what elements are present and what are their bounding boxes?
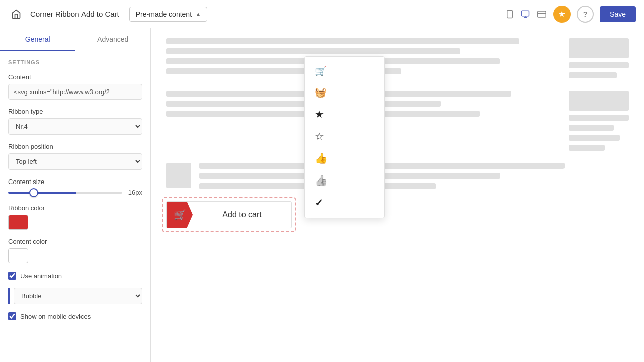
- help-button[interactable]: ?: [577, 6, 594, 23]
- ribbon-color-swatch[interactable]: [8, 215, 28, 230]
- animation-type-select[interactable]: Bubble BouncePulseShakeNone: [14, 288, 142, 304]
- ribbon-position-field-group: Ribbon position Top left Top rightBottom…: [8, 143, 142, 170]
- skeleton-right-1: [569, 38, 629, 82]
- content-field-group: Content: [8, 73, 142, 100]
- thumbs-up-outline-icon: 👍: [315, 174, 328, 187]
- content-size-label: Content size: [8, 178, 142, 186]
- skeleton-lines-3: [199, 163, 629, 193]
- use-animation-checkbox[interactable]: [8, 272, 16, 280]
- use-animation-row: Use animation: [8, 272, 142, 280]
- ribbon-type-label: Ribbon type: [8, 108, 142, 115]
- premade-content-dropdown[interactable]: Pre-made content ▲: [129, 7, 207, 22]
- skeleton-thumbnail: [166, 163, 191, 188]
- svg-rect-2: [522, 11, 529, 16]
- dropdown-item-cart[interactable]: 🛒: [305, 61, 384, 82]
- sidebar: General Advanced SETTINGS Content Ribbon…: [0, 28, 151, 362]
- content-color-swatch[interactable]: [8, 248, 28, 263]
- device-icons: [505, 10, 547, 19]
- main-layout: General Advanced SETTINGS Content Ribbon…: [0, 28, 644, 362]
- dropdown-item-checkmark[interactable]: ✓: [305, 192, 384, 214]
- chevron-down-icon: ▲: [196, 11, 201, 17]
- content-size-value: 16px: [128, 189, 142, 196]
- back-button[interactable]: [8, 6, 24, 22]
- settings-section-label: SETTINGS: [8, 59, 142, 65]
- tab-advanced[interactable]: Advanced: [75, 28, 151, 51]
- ribbon-color-field-group: Ribbon color: [8, 204, 142, 230]
- tab-general[interactable]: General: [0, 28, 75, 51]
- thumbs-up-filled-icon: 👍: [315, 152, 328, 164]
- sidebar-tabs: General Advanced: [0, 28, 150, 51]
- ribbon-color-label: Ribbon color: [8, 204, 142, 212]
- save-button[interactable]: Save: [600, 6, 636, 22]
- star-outline-icon: ☆: [315, 130, 324, 142]
- content-input[interactable]: [8, 84, 142, 100]
- content-color-field-group: Content color: [8, 238, 142, 263]
- ribbon-type-field-group: Ribbon type Nr.4 Nr.1Nr.2Nr.3Nr.5: [8, 108, 142, 135]
- ribbon-position-label: Ribbon position: [8, 143, 142, 150]
- canvas-content: 🛒 Add to cart: [151, 28, 644, 238]
- sidebar-content: SETTINGS Content Ribbon type Nr.4 Nr.1Nr…: [0, 51, 150, 336]
- cart-icon: 🛒: [315, 66, 326, 77]
- dropdown-item-star-outline[interactable]: ☆: [305, 125, 384, 147]
- svg-rect-5: [538, 11, 546, 17]
- basket-icon: 🧺: [315, 87, 326, 98]
- canvas: 🛒 Add to cart 🛒 🧺 ★ ☆ 👍: [151, 28, 644, 362]
- content-label: Content: [8, 73, 142, 81]
- svg-rect-0: [507, 10, 513, 18]
- show-mobile-row: Show on mobile devices: [8, 312, 142, 320]
- show-mobile-label[interactable]: Show on mobile devices: [20, 313, 91, 320]
- dropdown-item-thumbs-up-filled[interactable]: 👍: [305, 147, 384, 169]
- content-size-slider[interactable]: [8, 192, 122, 194]
- use-animation-label[interactable]: Use animation: [20, 272, 62, 280]
- premade-label: Pre-made content: [136, 10, 192, 18]
- dropdown-item-star-filled[interactable]: ★: [305, 103, 384, 125]
- star-button[interactable]: ★: [553, 6, 571, 23]
- content-size-slider-row: 16px: [8, 189, 142, 196]
- star-filled-icon: ★: [315, 108, 324, 120]
- show-mobile-checkbox[interactable]: [8, 312, 16, 320]
- desktop-icon[interactable]: [520, 10, 530, 19]
- checkmark-icon: ✓: [315, 197, 324, 209]
- dropdown-item-basket[interactable]: 🧺: [305, 82, 384, 103]
- add-to-cart-container: 🛒 Add to cart: [166, 201, 292, 228]
- skeleton-row-3: [166, 163, 629, 193]
- ribbon-type-select[interactable]: Nr.4 Nr.1Nr.2Nr.3Nr.5: [8, 118, 142, 135]
- topbar: Corner Ribbon Add to Cart Pre-made conte…: [0, 0, 644, 28]
- topbar-right: ★ ? Save: [553, 6, 636, 23]
- content-color-label: Content color: [8, 238, 142, 245]
- premade-dropdown-menu: 🛒 🧺 ★ ☆ 👍 👍 ✓: [304, 56, 385, 218]
- skeleton-row-1: [166, 38, 629, 82]
- dropdown-item-thumbs-up-outline[interactable]: 👍: [305, 169, 384, 192]
- mobile-icon[interactable]: [505, 10, 514, 19]
- skeleton-right-2: [569, 90, 629, 155]
- animation-type-field-group: Bubble BouncePulseShakeNone: [8, 288, 142, 304]
- responsive-icon[interactable]: [536, 10, 547, 19]
- content-size-field-group: Content size 16px: [8, 178, 142, 196]
- ribbon-position-select[interactable]: Top left Top rightBottom leftBottom righ…: [8, 153, 142, 170]
- page-title: Corner Ribbon Add to Cart: [30, 10, 119, 18]
- skeleton-row-2: [166, 90, 629, 155]
